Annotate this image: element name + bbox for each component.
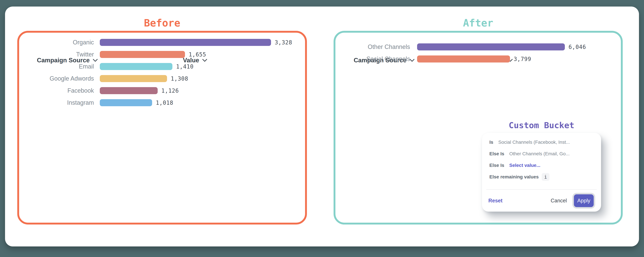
custom-bucket-title: Custom Bucket [482, 119, 601, 131]
cancel-button[interactable]: Cancel [551, 198, 567, 204]
bucket-rule-row: Is Social Channels (Facebook, Inst... [489, 136, 595, 148]
table-row: Other Channels6,046 [343, 41, 586, 53]
value-label: 1,018 [156, 99, 173, 106]
reset-button[interactable]: Reset [488, 198, 502, 204]
table-row: Google Adwords1,308 [27, 72, 292, 85]
value-label: 6,046 [568, 44, 586, 50]
after-title: After [334, 17, 623, 29]
value-label: 3,328 [275, 39, 292, 46]
row-category-label: Organic [27, 39, 94, 46]
value-bar[interactable] [417, 43, 565, 50]
row-category-label: Other Channels [343, 43, 410, 50]
rule-value-field[interactable]: Other Channels (Email, Go... [509, 151, 570, 157]
value-label: 1,308 [171, 75, 188, 82]
table-row: Social Channels3,799 [343, 53, 586, 65]
bucket-rules-list: Is Social Channels (Facebook, Inst... El… [482, 133, 601, 189]
before-title: Before [17, 17, 307, 29]
table-row: Instagram1,018 [27, 97, 292, 109]
value-label: 3,799 [514, 56, 531, 62]
rule-keyword: Else remaining values [489, 174, 539, 180]
value-bar[interactable] [417, 55, 510, 62]
row-category-label: Google Adwords [27, 75, 94, 82]
table-row: Organic3,328 [27, 36, 292, 48]
value-label: 1,126 [161, 87, 179, 94]
row-category-label: Email [27, 63, 94, 70]
rule-keyword: Is [489, 140, 493, 145]
table-row: Twitter1,655 [27, 48, 292, 60]
value-bar[interactable] [100, 75, 167, 82]
dialog-footer: Reset Cancel Apply [486, 189, 597, 212]
table-row: Facebook1,126 [27, 85, 292, 97]
value-bar[interactable] [100, 39, 271, 46]
value-bar[interactable] [100, 99, 152, 106]
row-category-label: Instagram [27, 99, 94, 106]
table-row: Email1,410 [27, 60, 292, 72]
value-label: 1,655 [189, 51, 206, 58]
rule-value-field[interactable]: Social Channels (Facebook, Inst... [498, 140, 570, 145]
before-table-body: Organic3,328Twitter1,655Email1,410Google… [27, 36, 292, 109]
custom-bucket-dialog: Is Social Channels (Facebook, Inst... El… [482, 133, 601, 212]
value-bar[interactable] [100, 51, 185, 58]
rule-keyword: Else Is [489, 163, 504, 168]
apply-button[interactable]: Apply [574, 194, 594, 207]
bucket-rule-row: Else Is Other Channels (Email, Go... [489, 148, 595, 160]
info-icon[interactable]: i [542, 173, 550, 181]
row-category-label: Social Channels [343, 55, 410, 62]
row-category-label: Facebook [27, 87, 94, 94]
rule-keyword: Else Is [489, 151, 504, 157]
after-table-body: Other Channels6,046Social Channels3,799 [343, 41, 586, 65]
select-value-link[interactable]: Select value... [509, 163, 540, 168]
row-category-label: Twitter [27, 51, 94, 58]
bucket-rule-row: Else remaining values i [489, 171, 595, 183]
value-bar[interactable] [100, 63, 172, 70]
value-bar[interactable] [100, 87, 158, 94]
screen: Before After Campaign Source Value Campa… [0, 0, 644, 257]
value-label: 1,410 [176, 63, 194, 70]
bucket-rule-row: Else Is Select value... [489, 160, 595, 171]
